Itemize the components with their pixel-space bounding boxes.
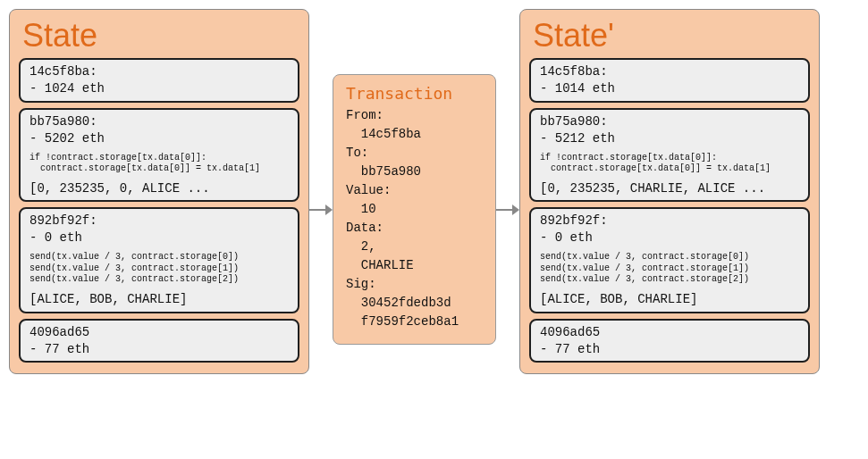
tx-sig-value: 30452fdedb3d	[361, 296, 451, 310]
arrow-icon	[309, 201, 333, 219]
account-box: 4096ad65 - 77 eth	[19, 319, 299, 363]
transaction-title: Transaction	[346, 84, 483, 103]
state-before-title: State	[22, 17, 299, 54]
account-balance: - 5202 eth	[29, 130, 289, 147]
account-address: 14c5f8ba:	[29, 63, 289, 80]
tx-value-value: 10	[361, 202, 376, 216]
account-box: 892bf92f: - 0 eth send(tx.value / 3, con…	[19, 207, 299, 313]
account-code: send(tx.value / 3, contract.storage[0]) …	[29, 252, 289, 286]
account-address: 4096ad65	[29, 324, 289, 341]
svg-marker-1	[325, 204, 333, 215]
tx-value-label: Value:	[346, 183, 391, 197]
account-balance: - 1024 eth	[29, 80, 289, 97]
arrow-icon	[496, 201, 519, 219]
account-address: bb75a980:	[29, 113, 289, 130]
state-after-title: State'	[533, 17, 810, 54]
account-address: bb75a980:	[540, 113, 799, 130]
account-balance: - 1014 eth	[540, 80, 799, 97]
account-storage: [ALICE, BOB, CHARLIE]	[29, 291, 289, 308]
account-box: 4096ad65 - 77 eth	[529, 319, 810, 363]
account-code: if !contract.storage[tx.data[0]]: contra…	[540, 153, 799, 175]
tx-from-label: From:	[346, 108, 383, 122]
state-transition-diagram: State 14c5f8ba: - 1024 eth bb75a980: - 5…	[9, 9, 859, 374]
state-before-box: State 14c5f8ba: - 1024 eth bb75a980: - 5…	[9, 9, 309, 374]
account-box: 14c5f8ba: - 1024 eth	[19, 58, 299, 103]
tx-from-value: 14c5f8ba	[361, 127, 421, 141]
transaction-box: Transaction From: 14c5f8ba To: bb75a980 …	[333, 74, 496, 345]
svg-marker-3	[512, 204, 519, 215]
account-balance: - 0 eth	[29, 230, 289, 246]
tx-to-label: To:	[346, 146, 368, 160]
account-storage: [ALICE, BOB, CHARLIE]	[540, 291, 799, 308]
account-code: if !contract.storage[tx.data[0]]: contra…	[29, 153, 289, 175]
tx-sig-label: Sig:	[346, 277, 376, 291]
account-box: 14c5f8ba: - 1014 eth	[529, 58, 810, 103]
tx-data-label: Data:	[346, 221, 383, 235]
account-balance: - 77 eth	[540, 341, 799, 358]
state-after-box: State' 14c5f8ba: - 1014 eth bb75a980: - …	[519, 9, 820, 374]
account-storage: [0, 235235, 0, ALICE ...	[29, 180, 289, 197]
account-box: 892bf92f: - 0 eth send(tx.value / 3, con…	[529, 207, 810, 313]
transaction-body: From: 14c5f8ba To: bb75a980 Value: 10 Da…	[346, 106, 483, 331]
account-address: 892bf92f:	[29, 213, 289, 230]
tx-to-value: bb75a980	[361, 164, 421, 179]
account-storage: [0, 235235, CHARLIE, ALICE ...	[540, 180, 799, 197]
account-balance: - 0 eth	[540, 230, 799, 246]
account-balance: - 5212 eth	[540, 130, 799, 147]
account-balance: - 77 eth	[29, 341, 289, 358]
tx-data-value: 2,	[361, 239, 376, 254]
tx-data-value: CHARLIE	[361, 258, 414, 272]
tx-sig-value: f7959f2ceb8a1	[361, 314, 459, 329]
account-address: 4096ad65	[540, 324, 799, 341]
account-address: 14c5f8ba:	[540, 63, 799, 80]
account-box: bb75a980: - 5202 eth if !contract.storag…	[19, 108, 299, 203]
account-address: 892bf92f:	[540, 213, 799, 230]
account-code: send(tx.value / 3, contract.storage[0]) …	[540, 252, 799, 286]
account-box: bb75a980: - 5212 eth if !contract.storag…	[529, 108, 810, 203]
